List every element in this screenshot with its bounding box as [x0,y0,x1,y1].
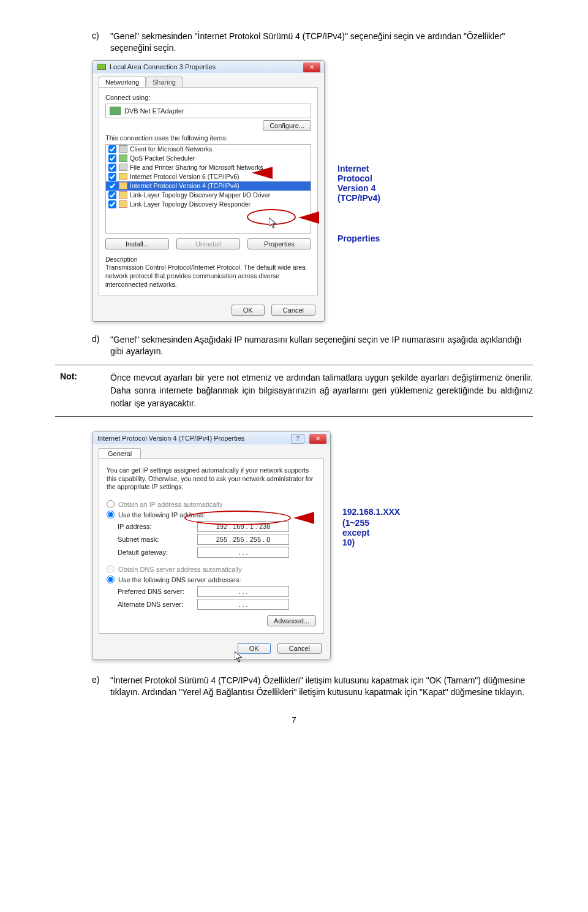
list-item[interactable]: Client for Microsoft Networks [106,145,311,154]
svg-marker-0 [269,218,276,228]
note-text: Önce mevcut ayarları bir yere not etmeni… [110,371,533,410]
callout-ip-range: (1~255 except 10) [342,518,369,547]
list-item[interactable]: QoS Packet Scheduler [106,154,311,163]
alt-dns-input[interactable]: . . . [197,599,289,610]
cancel-button[interactable]: Cancel [271,305,315,316]
callout-ipv4: Internet Protocol Version 4 (TCP/IPv4) [337,164,380,203]
item-label: Internet Protocol Version 6 (TCP/IPv6) [130,173,239,180]
step-c-text: "Genel" sekmesinden "İnternet Protokol S… [110,31,533,54]
item-label: Link-Layer Topology Discovery Mapper I/O… [130,191,270,199]
items-label: This connection uses the following items… [105,134,311,142]
item-label: File and Printer Sharing for Microsoft N… [130,164,263,171]
svg-marker-1 [235,652,242,662]
protocol-icon [119,173,127,180]
configure-button[interactable]: Configure... [263,120,311,131]
item-checkbox[interactable] [108,200,116,208]
radio-input[interactable] [107,576,115,583]
radio-use-dns[interactable]: Use the following DNS server addresses: [107,576,316,583]
step-d: d) "Genel" sekmesinden Aşağıdaki IP numa… [92,334,533,357]
properties-button[interactable]: Properties [247,238,311,249]
step-c: c) "Genel" sekmesinden "İnternet Protoko… [92,31,533,54]
connect-using-label: Connect using: [105,94,311,101]
note-label: Not: [55,371,92,410]
advanced-button[interactable]: Advanced... [267,615,316,626]
radio-input[interactable] [107,500,115,508]
protocol-icon [119,191,127,199]
close-button[interactable]: ✕ [309,434,326,444]
intro-text: You can get IP settings assigned automat… [107,466,316,492]
dialog-lan-properties: Local Area Connection 3 Properties ✕ Net… [92,60,325,322]
dialog-ipv4-properties: Internet Protocol Version 4 (TCP/IPv4) P… [92,431,331,660]
adapter-icon [110,107,121,115]
gateway-input[interactable]: . . . [197,547,289,558]
radio-obtain-ip[interactable]: Obtain an IP address automatically [107,500,316,508]
dialog1-title: Local Area Connection 3 Properties [110,63,216,70]
qos-icon [119,154,127,162]
step-d-letter: d) [92,334,105,357]
callout-ip-value: 192.168.1.XXX [342,507,400,517]
tab-general[interactable]: General [99,448,141,458]
radio-label: Obtain an IP address automatically [118,501,222,508]
arrow-icon [252,167,273,179]
network-icon [97,64,106,70]
item-checkbox[interactable] [108,182,116,190]
step-e: e) "İnternet Protokol Sürümü 4 (TCP/IPv4… [92,675,533,698]
subnet-mask-input[interactable]: 255 . 255 . 255 . 0 [197,534,289,545]
item-checkbox[interactable] [108,191,116,199]
adapter-box: DVB Net ETAdapter [105,104,311,118]
radio-label: Use the following DNS server addresses: [118,576,241,583]
radio-label: Obtain DNS server address automatically [118,566,242,573]
pref-dns-label: Preferred DNS server: [118,588,197,595]
item-label: QoS Packet Scheduler [130,154,195,162]
pref-dns-input[interactable]: . . . [197,586,289,597]
protocol-icon [119,200,127,208]
step-e-text: "İnternet Protokol Sürümü 4 (TCP/IPv4) Ö… [110,675,533,698]
radio-input[interactable] [107,565,115,573]
callout-properties: Properties [337,234,380,243]
help-button[interactable]: ? [291,434,304,444]
tab-sharing[interactable]: Sharing [146,77,183,87]
radio-obtain-dns[interactable]: Obtain DNS server address automatically [107,565,316,573]
dialog1-titlebar[interactable]: Local Area Connection 3 Properties [92,61,324,73]
share-icon [119,164,127,171]
dialog2-title: Internet Protocol Version 4 (TCP/IPv4) P… [97,435,244,442]
radio-input[interactable] [107,511,115,519]
item-checkbox[interactable] [108,164,116,172]
ok-button[interactable]: OK [232,305,265,316]
note-block: Not: Önce mevcut ayarları bir yere not e… [55,365,533,417]
cursor-icon [235,652,243,663]
alt-dns-label: Alternate DNS server: [118,601,197,608]
tab-networking[interactable]: Networking [99,77,146,87]
step-e-letter: e) [92,675,105,698]
item-checkbox[interactable] [108,154,116,162]
item-checkbox[interactable] [108,145,116,153]
install-button[interactable]: Install... [105,238,169,249]
page-number: 7 [55,715,533,724]
circle-annotation [184,511,291,525]
cancel-button[interactable]: Cancel [277,643,322,654]
item-label: Link-Layer Topology Discovery Responder [130,200,251,208]
arrow-icon [298,211,319,224]
arrow-icon [293,512,314,524]
gateway-label: Default gateway: [118,549,197,556]
description-text: Transmission Control Protocol/Internet P… [105,264,311,289]
cursor-icon [269,218,277,229]
client-icon [119,145,127,153]
uninstall-button[interactable]: Uninstall [176,238,240,249]
list-item[interactable]: Internet Protocol Version 6 (TCP/IPv6) [106,172,311,181]
list-item[interactable]: Link-Layer Topology Discovery Responder [106,200,311,209]
item-checkbox[interactable] [108,173,116,181]
item-label: Client for Microsoft Networks [130,145,212,153]
protocol-icon [119,182,127,189]
step-d-text: "Genel" sekmesinden Aşağıdaki IP numaras… [110,334,533,357]
list-item-selected[interactable]: Internet Protocol Version 4 (TCP/IPv4) [106,181,311,191]
ip-label: IP address: [118,523,197,530]
list-item[interactable]: Link-Layer Topology Discovery Mapper I/O… [106,191,311,200]
adapter-name: DVB Net ETAdapter [124,107,184,115]
close-button[interactable]: ✕ [303,63,320,72]
list-item[interactable]: File and Printer Sharing for Microsoft N… [106,163,311,172]
item-label: Internet Protocol Version 4 (TCP/IPv4) [130,182,239,189]
step-c-letter: c) [92,31,105,54]
description-label: Description [105,256,311,264]
subnet-label: Subnet mask: [118,536,197,543]
